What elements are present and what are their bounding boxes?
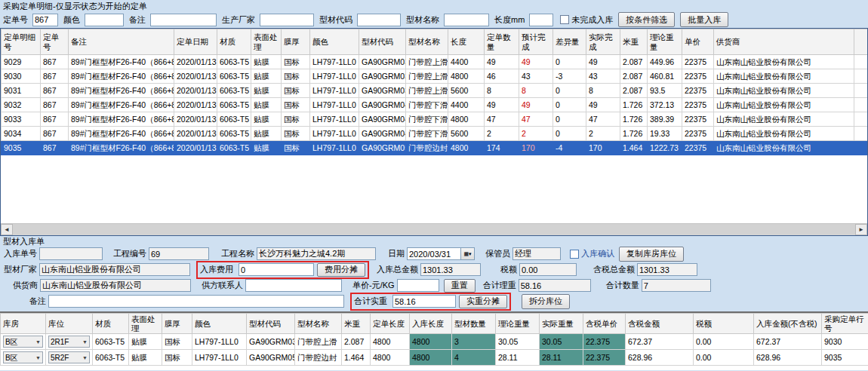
fee-allocate-button[interactable]: 费用分摊 xyxy=(317,263,365,277)
cell: 22375 xyxy=(682,127,714,141)
factory-input[interactable] xyxy=(39,263,190,276)
column-header[interactable]: 理论重量 xyxy=(648,29,682,55)
unit-price-input[interactable] xyxy=(397,279,439,292)
scroll-left-icon[interactable]: ◄ xyxy=(1,224,13,235)
tax-input[interactable] xyxy=(519,263,577,276)
column-header[interactable]: 库位 xyxy=(46,314,93,334)
column-header[interactable]: 膜厚 xyxy=(162,314,192,334)
table-row[interactable]: B区▼5R2F▼6063-T5贴膜国标LH797-1LL0GA90GRM05门带… xyxy=(1,350,868,366)
column-header[interactable]: 材质 xyxy=(93,314,129,334)
column-header[interactable]: 定单明细号 xyxy=(2,29,41,55)
date-input[interactable] xyxy=(407,247,461,260)
actual-weight-allocate-button[interactable]: 实重分摊 xyxy=(459,295,507,308)
total-actual-input[interactable] xyxy=(392,295,456,308)
column-header[interactable]: 膜厚 xyxy=(282,29,310,55)
column-header[interactable]: 含税金额 xyxy=(626,314,694,334)
table-row[interactable]: 903286789#门框型材F26-F40（866+867）2020/01/13… xyxy=(2,98,868,112)
cell: 2.087 xyxy=(620,55,648,69)
column-header[interactable]: 颜色 xyxy=(310,29,359,55)
column-header[interactable]: 单价 xyxy=(682,29,714,55)
unfinished-checkbox[interactable] xyxy=(560,15,569,24)
column-header[interactable]: 型材代码 xyxy=(247,314,295,334)
column-header[interactable]: 定单数量 xyxy=(485,29,519,55)
column-header[interactable]: 实际重量 xyxy=(540,314,583,334)
column-header[interactable]: 表面处理 xyxy=(129,314,162,334)
scrollbar-thumb[interactable] xyxy=(13,224,855,235)
column-header[interactable]: 供货商 xyxy=(714,29,854,55)
column-header[interactable]: 理论重量 xyxy=(496,314,540,334)
column-header[interactable]: 米重 xyxy=(620,29,648,55)
supplier-input[interactable] xyxy=(40,279,191,292)
cell: 49 xyxy=(485,98,519,112)
filter-label-order-no: 定单号 xyxy=(3,14,28,26)
proj-name-input[interactable] xyxy=(257,247,376,260)
column-header[interactable]: 长度 xyxy=(448,29,485,55)
column-header[interactable]: 定单长度 xyxy=(371,314,410,334)
total-theory-input[interactable] xyxy=(519,279,591,292)
split-location-button[interactable]: 拆分库位 xyxy=(522,294,570,309)
cell: 山东南山铝业股份有限公司 xyxy=(714,127,854,141)
column-header[interactable]: 预计完成 xyxy=(519,29,553,55)
location-select[interactable]: 5R2F▼ xyxy=(48,351,90,363)
column-header[interactable]: 实际完成 xyxy=(586,29,620,55)
column-header[interactable]: 型材代码 xyxy=(359,29,406,55)
table-row[interactable]: B区▼2R1F▼6063-T5贴膜国标LH797-1LL0GA90GRM03门带… xyxy=(1,334,868,350)
filter-by-condition-button[interactable]: 按条件筛选 xyxy=(618,12,675,27)
filter-input-order-no[interactable] xyxy=(32,14,58,26)
cell: 0.00 xyxy=(694,350,754,366)
column-header[interactable]: 型材数量 xyxy=(452,314,496,334)
table-row[interactable]: 903386789#门框型材F26-F40（866+867）2020/01/13… xyxy=(2,112,868,127)
ruku-no-input[interactable] xyxy=(39,247,103,260)
cell: 6063-T5 xyxy=(217,55,251,69)
column-header[interactable]: 表面处理 xyxy=(251,29,282,55)
column-header[interactable]: 差异量 xyxy=(553,29,586,55)
cell: 89#门框型材F26-F40（866+867） xyxy=(69,127,174,141)
column-header[interactable]: 库房 xyxy=(1,314,46,334)
inbound-confirm-checkbox[interactable] xyxy=(570,250,579,259)
proj-no-input[interactable] xyxy=(149,247,209,260)
contact-input[interactable] xyxy=(245,279,342,292)
column-header[interactable]: 含税单价 xyxy=(583,314,626,334)
column-header[interactable]: 型材名称 xyxy=(295,314,342,334)
remark-input[interactable] xyxy=(48,295,344,308)
horizontal-scrollbar[interactable]: ◄ ► xyxy=(1,223,867,235)
scroll-right-icon[interactable]: ► xyxy=(855,224,867,235)
cell: 6063-T5 xyxy=(217,69,251,84)
keeper-input[interactable] xyxy=(512,247,561,260)
column-header[interactable]: 定单日期 xyxy=(174,29,217,55)
calendar-dropdown-icon[interactable]: ▦▾ xyxy=(461,247,475,260)
location-select[interactable]: 2R1F▼ xyxy=(48,336,90,348)
column-header[interactable]: 采购定单行号 xyxy=(822,314,868,334)
filter-input-color[interactable] xyxy=(85,14,124,26)
column-header[interactable]: 材质 xyxy=(217,29,251,55)
filter-input-profile-name[interactable] xyxy=(444,14,489,26)
column-header[interactable]: 型材名称 xyxy=(406,29,448,55)
fee-input[interactable] xyxy=(239,263,314,276)
column-header[interactable]: 定单号 xyxy=(41,29,69,55)
column-header[interactable]: 税额 xyxy=(694,314,754,334)
table-row[interactable]: 903586789#门框型材F26-F40（866+867）2020/01/13… xyxy=(2,141,868,155)
filter-input-manufacturer[interactable] xyxy=(260,14,314,26)
cell: GA90GRM04 xyxy=(359,112,406,127)
column-header[interactable]: 入库长度 xyxy=(410,314,452,334)
column-header[interactable]: 颜色 xyxy=(192,314,247,334)
table-row[interactable]: 903086789#门框型材F26-F40（866+867）2020/01/13… xyxy=(2,69,868,84)
filter-input-length[interactable] xyxy=(529,14,553,26)
warehouse-select[interactable]: B区▼ xyxy=(3,351,43,363)
batch-inbound-button[interactable]: 批量入库 xyxy=(680,12,728,27)
total-amount-input[interactable] xyxy=(420,263,481,276)
table-row[interactable]: 903486789#门框型材F26-F40（866+867）2020/01/13… xyxy=(2,127,868,141)
column-header[interactable]: 米重 xyxy=(342,314,371,334)
filter-input-remark[interactable] xyxy=(150,14,217,26)
copy-warehouse-location-button[interactable]: 复制库房库位 xyxy=(619,247,684,262)
column-header[interactable] xyxy=(854,29,868,55)
column-header[interactable]: 入库金额(不含税) xyxy=(754,314,822,334)
table-row[interactable]: 902986789#门框型材F26-F40（866+867）2020/01/13… xyxy=(2,55,868,69)
warehouse-select[interactable]: B区▼ xyxy=(3,336,43,348)
reset-button[interactable]: 重置 xyxy=(444,279,476,293)
column-header[interactable]: 备注 xyxy=(69,29,174,55)
filter-input-profile-code[interactable] xyxy=(357,14,401,26)
total-with-tax-input[interactable] xyxy=(637,263,697,276)
table-row[interactable]: 903186789#门框型材F26-F40（866+867）2020/01/13… xyxy=(2,84,868,98)
total-qty-input[interactable] xyxy=(642,279,711,292)
